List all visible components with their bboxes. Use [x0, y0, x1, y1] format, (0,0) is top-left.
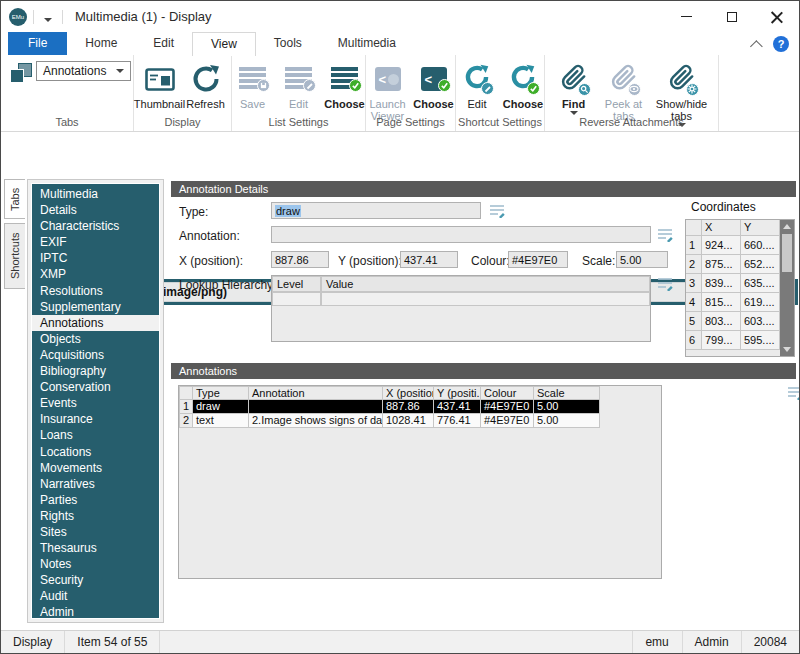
sidebar-item-acquisitions[interactable]: Acquisitions — [32, 347, 159, 363]
sidebar-item-supplementary[interactable]: Supplementary — [32, 299, 159, 315]
group-label-display: Display — [134, 116, 231, 128]
page-choose-icon: < — [421, 62, 447, 96]
tab-file[interactable]: File — [8, 32, 67, 56]
list-choose-button[interactable]: Choose — [323, 61, 367, 111]
annotation-field[interactable] — [271, 226, 651, 243]
launch-viewer-icon: < — [375, 62, 401, 96]
lookup-edit-icon[interactable] — [657, 277, 673, 291]
sidebar-item-rights[interactable]: Rights — [32, 508, 159, 524]
sidebar-item-thesaurus[interactable]: Thesaurus — [32, 540, 159, 556]
sidebar-item-insurance[interactable]: Insurance — [32, 411, 159, 427]
page-choose-button[interactable]: < Choose — [412, 61, 456, 123]
coordinates-row[interactable]: 1924...660.... — [686, 236, 780, 255]
shortcut-edit-icon — [464, 62, 490, 96]
tab-view[interactable]: View — [192, 32, 256, 56]
tabs-combobox[interactable]: Annotations — [36, 61, 131, 81]
thumbnail-button[interactable]: Thumbnail — [138, 61, 182, 111]
shortcut-edit-button[interactable]: Edit — [455, 61, 499, 111]
coordinates-row[interactable]: 6799...595.... — [686, 331, 780, 350]
shortcut-choose-button[interactable]: Choose — [501, 61, 545, 111]
coordinates-row[interactable]: 3839...635.... — [686, 274, 780, 293]
sidebar-item-annotations[interactable]: Annotations — [32, 315, 159, 331]
scale-field[interactable]: 5.00 — [616, 251, 668, 268]
sidebar-item-security[interactable]: Security — [32, 572, 159, 588]
coordinates-scrollbar[interactable] — [780, 220, 794, 356]
annotation-label: Annotation: — [179, 229, 240, 243]
sidebar-item-details[interactable]: Details — [32, 202, 159, 218]
scroll-down-icon[interactable] — [780, 343, 794, 356]
chevron-down-icon — [116, 69, 124, 73]
list-choose-icon — [331, 62, 358, 96]
sidebar-item-locations[interactable]: Locations — [32, 444, 159, 460]
coordinates-table: X Y 1924...660.... 2875...652.... 3839..… — [685, 219, 795, 357]
tab-edit[interactable]: Edit — [135, 32, 192, 56]
maximize-icon — [727, 12, 737, 22]
side-tab-tabs[interactable]: Tabs — [4, 179, 25, 219]
type-field[interactable]: draw — [271, 202, 481, 219]
list-edit-icon — [285, 62, 312, 96]
sidebar-item-conservation[interactable]: Conservation — [32, 379, 159, 395]
quick-access-caret-icon[interactable] — [40, 5, 56, 29]
type-edit-icon[interactable] — [489, 204, 505, 218]
coordinates-row[interactable]: 5803...603.... — [686, 312, 780, 331]
ribbon-tab-bar: File Home Edit View Tools Multimedia ? — [1, 32, 799, 56]
coordinates-row[interactable]: 2875...652.... — [686, 255, 780, 274]
minimize-button[interactable] — [664, 1, 709, 32]
sidebar-item-characteristics[interactable]: Characteristics — [32, 218, 159, 234]
annotations-col-scale: Scale — [534, 386, 600, 400]
annotation-edit-icon[interactable] — [657, 228, 673, 242]
tab-home[interactable]: Home — [67, 32, 135, 56]
lookup-col-value: Value — [321, 276, 650, 292]
lookup-hierarchy-table[interactable]: Level Value — [271, 275, 651, 342]
sidebar-item-exif[interactable]: EXIF — [32, 234, 159, 250]
tab-tools[interactable]: Tools — [256, 32, 320, 56]
sidebar-item-iptc[interactable]: IPTC — [32, 250, 159, 266]
annotations-panel: Type Annotation X (position) Y (positi..… — [178, 385, 662, 579]
sidebar-item-audit[interactable]: Audit — [32, 588, 159, 604]
sidebar-item-resolutions[interactable]: Resolutions — [32, 283, 159, 299]
annotations-row[interactable]: 2 text 2.Image shows signs of damage 102… — [179, 414, 600, 428]
status-item-count: Item 54 of 55 — [65, 631, 160, 653]
emu-logo-icon: EMu — [9, 8, 27, 26]
close-button[interactable] — [754, 1, 799, 32]
list-save-icon — [239, 62, 266, 96]
annotations-col-y: Y (positi... — [434, 386, 481, 400]
group-label-page-settings: Page Settings — [366, 116, 455, 128]
lookup-empty-cell[interactable] — [321, 292, 650, 306]
ribbon: Annotations Tabs Thumbnail Refre — [1, 55, 799, 132]
side-tab-shortcuts[interactable]: Shortcuts — [4, 223, 25, 289]
sidebar-item-xmp[interactable]: XMP — [32, 266, 159, 282]
sidebar-item-sites[interactable]: Sites — [32, 524, 159, 540]
sidebar-item-parties[interactable]: Parties — [32, 492, 159, 508]
y-position-field[interactable]: 437.41 — [400, 251, 458, 268]
x-position-label: X (position): — [179, 254, 243, 268]
annotations-row-selected[interactable]: 1 draw 887.86 437.41 #4E97E0 5.00 — [179, 400, 600, 414]
sidebar-item-multimedia[interactable]: Multimedia — [32, 186, 159, 202]
find-dropdown-caret-icon[interactable] — [570, 111, 578, 115]
annotations-edit-icon[interactable] — [787, 386, 800, 400]
maximize-button[interactable] — [709, 1, 754, 32]
sidebar-item-movements[interactable]: Movements — [32, 460, 159, 476]
collapse-ribbon-icon[interactable] — [750, 40, 763, 53]
scroll-up-icon[interactable] — [780, 220, 794, 233]
lookup-empty-cell[interactable] — [272, 292, 321, 306]
sidebar-item-objects[interactable]: Objects — [32, 331, 159, 347]
scale-label: Scale: — [582, 254, 615, 268]
sidebar-item-events[interactable]: Events — [32, 395, 159, 411]
tab-multimedia[interactable]: Multimedia — [320, 32, 414, 56]
x-position-field[interactable]: 887.86 — [271, 251, 329, 268]
sidebar-item-admin[interactable]: Admin — [32, 604, 159, 620]
sidebar-item-bibliography[interactable]: Bibliography — [32, 363, 159, 379]
sidebar-item-notes[interactable]: Notes — [32, 556, 159, 572]
group-label-reverse-attachments: Reverse Attachments — [545, 116, 718, 128]
help-button[interactable]: ? — [773, 36, 789, 52]
sidebar-item-narratives[interactable]: Narratives — [32, 476, 159, 492]
ribbon-group-tabs: Annotations Tabs — [1, 55, 134, 131]
sidebar-item-loans[interactable]: Loans — [32, 427, 159, 443]
scrollbar-thumb[interactable] — [782, 234, 792, 272]
colour-field[interactable]: #4E97E0 — [508, 251, 568, 268]
coordinates-row[interactable]: 4815...619.... — [686, 293, 780, 312]
refresh-button[interactable]: Refresh — [184, 61, 228, 111]
close-icon — [771, 11, 783, 23]
type-label: Type: — [179, 205, 208, 219]
